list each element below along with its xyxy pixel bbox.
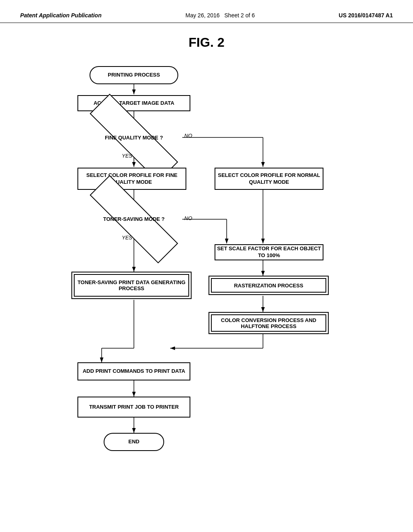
yes-label-s30: YES — [122, 235, 132, 241]
figure-title: FIG. 2 — [0, 35, 413, 50]
no-label-s15: NO — [184, 133, 192, 139]
yes-label-s15: YES — [122, 153, 132, 159]
set-scale-box: SET SCALE FACTOR FOR EACH OBJECT TO 100% — [215, 244, 323, 260]
header-center: May 26, 2016 Sheet 2 of 6 — [186, 12, 255, 19]
select-fine-box: SELECT COLOR PROFILE FOR FINE QUALITY MO… — [77, 168, 186, 190]
header-left: Patent Application Publication — [20, 12, 102, 19]
start-node: PRINTING PROCESS — [90, 66, 178, 84]
fine-quality-diamond: FINE QUALITY MODE ? — [86, 124, 182, 152]
rasterization-box: RASTERIZATION PROCESS — [234, 283, 303, 289]
no-label-s30: NO — [184, 215, 192, 221]
add-print-commands-box: ADD PRINT COMMANDS TO PRINT DATA — [77, 362, 190, 380]
toner-saving-box: TONER-SAVING PRINT DATA GENERATING PROCE… — [75, 279, 188, 291]
transmit-print-box: TRANSMIT PRINT JOB TO PRINTER — [77, 397, 190, 418]
end-node: END — [104, 433, 164, 451]
diagram: PRINTING PROCESS S10 ACQUIRE TARGET IMAG… — [33, 58, 380, 501]
select-normal-box: SELECT COLOR PROFILE FOR NORMAL QUALITY … — [215, 168, 323, 190]
header-right: US 2016/0147487 A1 — [339, 12, 393, 19]
page-header: Patent Application Publication May 26, 2… — [0, 0, 413, 23]
toner-saving-diamond: TONER-SAVING MODE ? — [86, 205, 182, 233]
color-conversion-box: COLOR CONVERSION PROCESS AND HALFTONE PR… — [212, 317, 325, 329]
